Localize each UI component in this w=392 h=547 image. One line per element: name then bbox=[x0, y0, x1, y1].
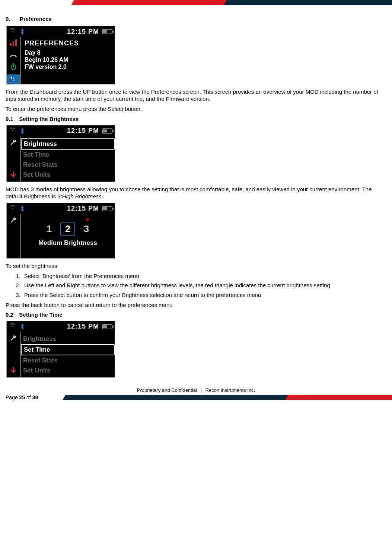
svg-point-5 bbox=[15, 56, 16, 57]
speedometer-icon bbox=[9, 51, 18, 59]
step-1: Select ‘Brightness’ from the Preferences… bbox=[22, 272, 386, 279]
page-current: 25 bbox=[19, 394, 25, 400]
brightness-label: Medium Brightness bbox=[21, 239, 115, 247]
footer-stripe bbox=[64, 395, 386, 400]
subsection-9-1: 9.1 Setting the Brightness bbox=[6, 116, 386, 122]
svg-point-4 bbox=[11, 56, 12, 57]
menu-item-set-time: Set Time bbox=[21, 344, 115, 355]
bluetooth-icon bbox=[19, 205, 26, 212]
arrow-down-icon bbox=[11, 172, 16, 179]
footer-red-segment bbox=[285, 395, 392, 400]
menu-item-brightness: Brightness bbox=[21, 334, 115, 344]
device-screenshot-brightness-picker: 12:15 PM ▼ 1 2 3 Medium Brightness bbox=[6, 203, 115, 259]
section-title: Preferences bbox=[20, 16, 52, 22]
subsection-number: 9.2 bbox=[6, 311, 17, 318]
device-status-bar: 12:15 PM bbox=[7, 125, 115, 137]
device-sidebar bbox=[7, 214, 21, 258]
device-status-bar: 12:15 PM bbox=[7, 203, 115, 214]
antenna-icon bbox=[9, 28, 16, 35]
svg-point-0 bbox=[12, 31, 13, 32]
paragraph-to-set: To set the brightness: bbox=[6, 262, 386, 269]
svg-rect-2 bbox=[13, 41, 14, 46]
arrow-down-icon bbox=[11, 367, 16, 375]
svg-point-11 bbox=[12, 326, 13, 327]
section-heading: 9. Preferences bbox=[6, 16, 386, 22]
battery-icon bbox=[102, 128, 112, 134]
device-status-bar: 12:15 PM bbox=[7, 321, 115, 332]
paragraph-overview: From the Dashboard press the UP button o… bbox=[6, 88, 386, 102]
menu-item-set-units: Set Units bbox=[21, 170, 115, 180]
device-time: 12:15 PM bbox=[67, 205, 99, 212]
footer-dark-segment bbox=[63, 395, 291, 400]
battery-icon bbox=[102, 206, 112, 211]
antenna-icon bbox=[9, 205, 16, 212]
paragraph-enter-menu: To enter the preferences menu press the … bbox=[6, 105, 386, 112]
svg-point-10 bbox=[12, 208, 13, 209]
device-sidebar bbox=[7, 37, 21, 84]
device-line-day: Day 8 bbox=[25, 49, 112, 56]
device-time: 12:15 PM bbox=[67, 127, 99, 135]
bluetooth-icon bbox=[19, 28, 26, 35]
footer-separator: | bbox=[201, 387, 202, 393]
page-label: Page bbox=[6, 394, 19, 400]
footer-confidential-text: Proprietary and Confidential bbox=[137, 387, 197, 393]
footer-confidential: Proprietary and Confidential | Recon Ins… bbox=[6, 387, 386, 393]
device-line-fw: FW version 2.0 bbox=[25, 64, 112, 70]
brightness-level-1: 1 bbox=[42, 223, 57, 235]
menu-item-reset-stats: Reset Stats bbox=[21, 160, 115, 170]
device-time: 12:15 PM bbox=[67, 323, 99, 330]
wrench-tab bbox=[7, 74, 20, 84]
battery-icon bbox=[102, 29, 112, 34]
device-screenshot-menu-brightness: 12:15 PM Brightness Set Time Reset Stats… bbox=[6, 125, 115, 182]
footer-company: Recon Instruments Inc. bbox=[205, 387, 255, 393]
device-screenshot-menu-set-time: 12:15 PM Brightness Set Time Reset Stats… bbox=[6, 321, 115, 378]
menu-item-set-units: Set Units bbox=[21, 366, 115, 375]
device-status-bar: 12:15 PM bbox=[7, 26, 115, 37]
menu-item-set-time: Set Time bbox=[21, 150, 115, 160]
paragraph-brightness-modes: MOD has 3 modes of brightness allowing y… bbox=[6, 186, 386, 200]
brightness-level-2: 2 bbox=[60, 223, 75, 236]
menu-item-reset-stats: Reset Stats bbox=[21, 356, 115, 365]
text: . bbox=[102, 193, 103, 199]
device-sidebar bbox=[7, 332, 21, 377]
bluetooth-icon bbox=[19, 127, 26, 135]
antenna-icon bbox=[9, 323, 16, 330]
device-heading: PREFERENCES bbox=[25, 39, 112, 47]
page-of-label: of bbox=[25, 394, 32, 400]
bluetooth-icon bbox=[19, 323, 26, 330]
wrench-icon bbox=[9, 216, 18, 224]
subsection-title: Setting the Brightness bbox=[19, 116, 79, 122]
page-number: Page 25 of 39 bbox=[6, 394, 38, 400]
step-2: Use the Left and Right buttons to view t… bbox=[22, 282, 386, 289]
header-stripe bbox=[0, 0, 392, 9]
subsection-number: 9.1 bbox=[6, 116, 17, 122]
menu-item-brightness: Brightness bbox=[21, 138, 115, 150]
svg-point-9 bbox=[12, 130, 13, 131]
subsection-title: Setting the Time bbox=[19, 311, 62, 318]
device-line-begin: Begin 10.26 AM bbox=[25, 57, 112, 63]
wrench-icon bbox=[9, 138, 18, 146]
device-time: 12:15 PM bbox=[67, 28, 99, 36]
section-number: 9. bbox=[6, 16, 20, 22]
brightness-level-3: 3 bbox=[79, 223, 94, 235]
svg-rect-3 bbox=[15, 39, 17, 46]
brightness-steps-list: Select ‘Brightness’ from the Preferences… bbox=[22, 272, 386, 298]
antenna-icon bbox=[9, 127, 16, 135]
bars-icon bbox=[9, 39, 18, 47]
device-sidebar bbox=[7, 137, 21, 182]
device-screenshot-preferences: 12:15 PM PREFERENCES bbox=[6, 26, 115, 84]
step-3: Press the Select button to confirm your … bbox=[22, 291, 386, 298]
wrench-icon bbox=[9, 334, 18, 342]
paragraph-back-cancel: Press the back button to cancel and retu… bbox=[6, 301, 386, 308]
svg-rect-1 bbox=[10, 43, 12, 46]
page-total: 39 bbox=[32, 394, 38, 400]
subsection-9-2: 9.2 Setting the Time bbox=[6, 311, 386, 318]
default-brightness-value: 3:High Brightness bbox=[57, 193, 101, 199]
battery-icon bbox=[102, 324, 112, 329]
header-red-segment bbox=[71, 0, 230, 5]
stopwatch-icon bbox=[9, 63, 18, 71]
header-dark-segment bbox=[224, 0, 392, 5]
